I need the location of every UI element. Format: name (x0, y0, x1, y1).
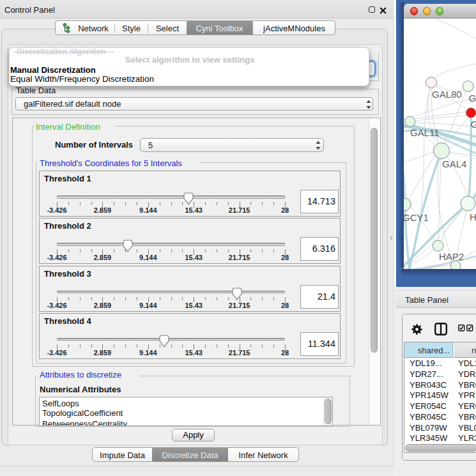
svg-text:HAP2: HAP2 (439, 251, 464, 262)
svg-text:G: G (471, 119, 476, 130)
svg-text:GAL11: GAL11 (410, 127, 440, 138)
svg-text:GCY1: GCY1 (404, 212, 429, 223)
svg-text:GAL4: GAL4 (442, 158, 466, 169)
svg-text:GAL80: GAL80 (432, 89, 462, 100)
svg-text:H: H (470, 211, 476, 222)
svg-text:GAL: GAL (469, 93, 476, 104)
